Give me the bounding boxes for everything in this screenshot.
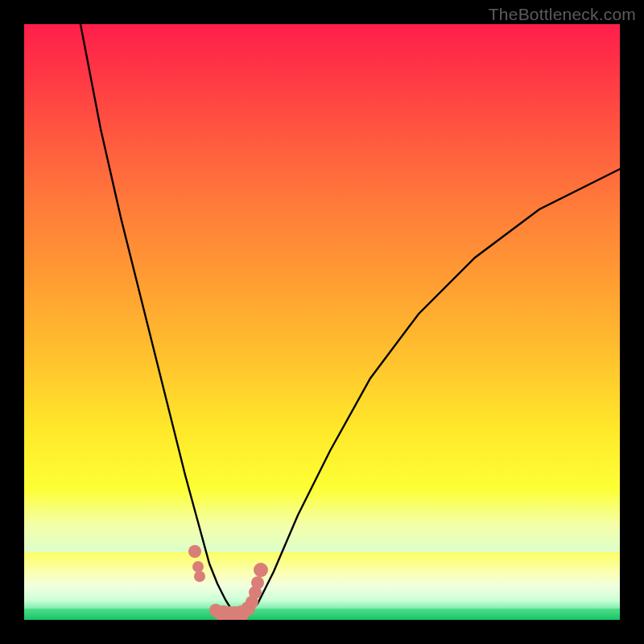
bottleneck-curve — [80, 24, 620, 615]
watermark-text: TheBottleneck.com — [489, 5, 636, 24]
highlight-dot — [194, 571, 205, 582]
plot-area — [24, 24, 620, 620]
highlight-dot — [188, 545, 201, 558]
chart-svg — [24, 24, 620, 620]
highlight-dot — [254, 563, 268, 577]
highlight-dot — [251, 576, 264, 589]
highlight-dot — [192, 561, 204, 572]
outer-frame: TheBottleneck.com — [0, 0, 644, 644]
highlight-dots — [188, 545, 268, 620]
